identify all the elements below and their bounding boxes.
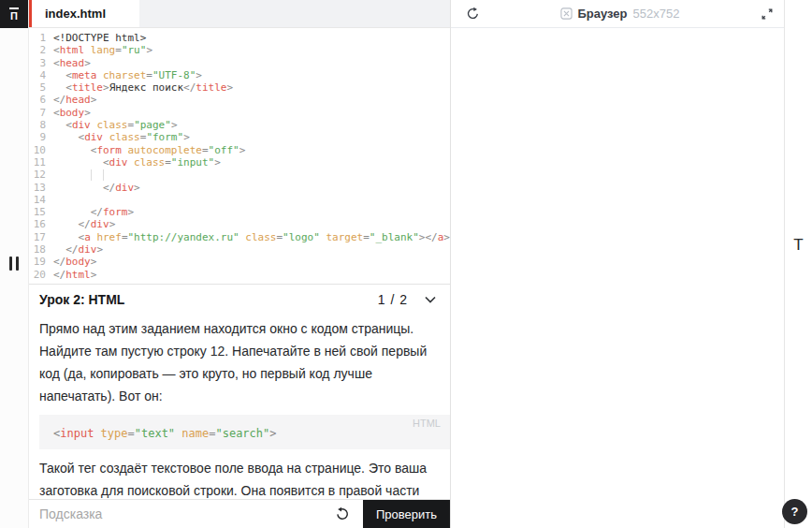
line-number: 8 (29, 119, 53, 131)
code-line[interactable]: 13 </div> (29, 182, 450, 194)
indent-guide (91, 169, 92, 180)
code-text: <meta charset="UTF-8"> (53, 69, 450, 81)
line-number: 1 (29, 32, 53, 44)
browser-viewport (451, 28, 784, 528)
line-number: 7 (29, 107, 53, 119)
editor-panel: index.html 1<!DOCTYPE html>2<html lang="… (29, 0, 451, 528)
code-text: <body> (53, 107, 450, 119)
line-number: 14 (29, 194, 53, 206)
code-line[interactable]: 7<body> (29, 107, 450, 119)
code-lines: 1<!DOCTYPE html>2<html lang="ru">3<head>… (29, 32, 450, 281)
lesson-paragraph: Такой тег создаёт текстовое поле ввода н… (39, 457, 439, 499)
code-line[interactable]: 15 </form> (29, 206, 450, 218)
code-text: <form autocomplete="off"> (53, 144, 450, 156)
line-number: 5 (29, 81, 53, 94)
lesson-code-line: <input type="text" name="search"> (53, 427, 437, 440)
browser-viewport-size: 552x752 (633, 7, 680, 21)
code-text: <title>Яндекс поиск</title> (53, 81, 450, 94)
praktikum-logo[interactable]: П (0, 0, 28, 28)
code-line[interactable]: 9 <div class="form"> (29, 131, 450, 143)
text-size-tool[interactable]: T (785, 236, 812, 255)
code-line[interactable]: 5 <title>Яндекс поиск</title> (29, 81, 450, 94)
code-line[interactable]: 2<html lang="ru"> (29, 44, 450, 56)
code-text (53, 169, 450, 181)
code-line[interactable]: 10 <form autocomplete="off"> (29, 144, 450, 156)
line-number: 15 (29, 206, 53, 218)
code-text: </body> (53, 256, 450, 268)
line-number: 19 (29, 256, 53, 268)
line-number: 6 (29, 94, 53, 106)
code-text: <div class="form"> (53, 131, 450, 143)
line-number: 18 (29, 243, 53, 256)
code-line[interactable]: 8 <div class="page"> (29, 119, 450, 131)
hint-button[interactable]: Подсказка (39, 506, 102, 521)
code-text: </div> (53, 218, 450, 230)
refresh-icon[interactable] (466, 7, 480, 21)
code-text: </form> (53, 206, 450, 218)
browser-panel: Браузер 552x752 (451, 0, 784, 528)
viewport-icon (560, 7, 573, 20)
code-line[interactable]: 17 <a href="http://yandex.ru" class="log… (29, 231, 450, 243)
code-line[interactable]: 1<!DOCTYPE html> (29, 32, 450, 44)
chevron-down-icon[interactable] (424, 296, 437, 304)
logo-bar-icon (9, 7, 19, 9)
lesson-panel: Урок 2: HTML 1 / 2 Прямо над этим задани… (29, 284, 450, 499)
line-number: 9 (29, 131, 53, 143)
help-label: ? (791, 505, 799, 519)
left-rail: П (0, 0, 29, 528)
tab-label: index.html (45, 7, 106, 21)
code-line[interactable]: 6</head> (29, 94, 450, 106)
code-line[interactable]: 12 (29, 169, 450, 181)
code-text: <div class="page"> (53, 119, 450, 131)
browser-header: Браузер 552x752 (451, 0, 784, 28)
code-line[interactable]: 20</html> (29, 269, 450, 281)
code-text: <div class="input"> (53, 156, 450, 169)
code-text: <html lang="ru"> (53, 44, 450, 56)
code-line[interactable]: 3<head> (29, 57, 450, 69)
line-number: 11 (29, 156, 53, 169)
reset-icon[interactable] (335, 506, 350, 521)
code-text: </head> (53, 94, 450, 106)
code-text (53, 194, 450, 206)
lesson-header: Урок 2: HTML 1 / 2 (39, 291, 439, 308)
code-text: <!DOCTYPE html> (53, 32, 450, 44)
line-number: 13 (29, 182, 53, 194)
lesson-pager: 1 / 2 (378, 292, 408, 307)
code-line[interactable]: 18 </div> (29, 243, 450, 256)
code-line[interactable]: 19</body> (29, 256, 450, 268)
line-number: 16 (29, 218, 53, 230)
code-text: </div> (53, 182, 450, 194)
right-rail: T (784, 0, 812, 528)
line-number: 10 (29, 144, 53, 156)
line-number: 4 (29, 69, 53, 81)
line-number: 17 (29, 231, 53, 243)
footer-bar: Подсказка Проверить (29, 499, 450, 528)
check-button[interactable]: Проверить (363, 500, 450, 528)
code-text: </div> (53, 243, 450, 256)
line-number: 3 (29, 57, 53, 69)
line-number: 2 (29, 44, 53, 56)
code-line[interactable]: 4 <meta charset="UTF-8"> (29, 69, 450, 81)
lesson-code-block: HTML <input type="text" name="search"> (39, 415, 450, 449)
code-line[interactable]: 16 </div> (29, 218, 450, 230)
code-line[interactable]: 14 (29, 194, 450, 206)
app-root: П index.html 1<!DOCTYPE html>2<html lang… (0, 0, 812, 528)
indent-guide (103, 169, 104, 180)
line-number: 20 (29, 269, 53, 281)
tab-index-html[interactable]: index.html (32, 0, 139, 27)
help-button[interactable]: ? (782, 499, 807, 524)
code-editor[interactable]: 1<!DOCTYPE html>2<html lang="ru">3<head>… (29, 28, 450, 284)
logo-glyph: П (10, 11, 18, 21)
tab-bar: index.html (29, 0, 450, 28)
code-text: <a href="http://yandex.ru" class="logo" … (53, 231, 450, 243)
lesson-title: Урок 2: HTML (39, 291, 124, 308)
code-text: </html> (53, 269, 450, 281)
browser-title: Браузер (578, 7, 628, 21)
code-line[interactable]: 11 <div class="input"> (29, 156, 450, 169)
panel-drag-handle-icon[interactable] (0, 257, 28, 271)
line-number: 12 (29, 169, 53, 181)
lesson-paragraph: Прямо над этим заданием находится окно с… (39, 317, 439, 407)
browser-title-group: Браузер 552x752 (480, 7, 760, 21)
expand-icon[interactable] (760, 7, 775, 22)
code-text: <head> (53, 57, 450, 69)
